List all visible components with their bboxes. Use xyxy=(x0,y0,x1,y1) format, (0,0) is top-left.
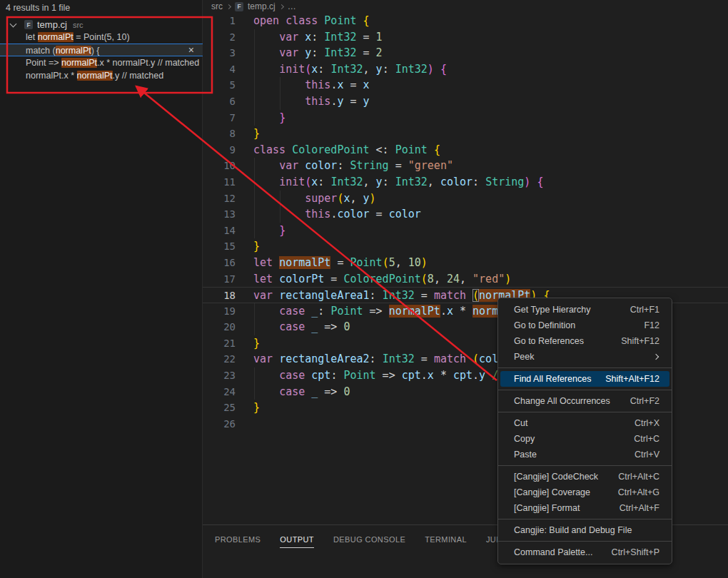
line-number: 22 xyxy=(203,351,236,367)
menu-item-cangjie-codecheck[interactable]: [Cangjie] CodeCheckCtrl+Alt+C xyxy=(500,469,669,485)
code-token: : xyxy=(318,63,330,76)
code-line[interactable]: 8} xyxy=(203,126,728,142)
code-line[interactable]: 4 init(x: Int32, y: Int32) { xyxy=(203,61,728,78)
code-token: y xyxy=(305,46,311,59)
code-text: case _ => 0 xyxy=(253,384,350,400)
menu-item-change-all-occurrences[interactable]: Change All OccurrencesCtrl+F2 xyxy=(500,393,669,409)
menu-item-find-all-references[interactable]: Find All ReferencesShift+Alt+F12 xyxy=(500,371,669,387)
menu-item-cangjie-coverage[interactable]: [Cangjie] CoverageCtrl+Alt+G xyxy=(500,485,669,500)
code-token: = xyxy=(343,95,363,108)
code-line[interactable]: 11 init(x: Int32, y: Int32, color: Strin… xyxy=(203,174,728,191)
code-line[interactable]: 17let colorPt = ColoredPoint(8, 24, "red… xyxy=(203,271,728,288)
code-token: init xyxy=(279,63,305,76)
code-token: Int32 xyxy=(330,176,363,188)
menu-item-paste[interactable]: PasteCtrl+V xyxy=(500,447,669,462)
menu-item-label: Go to Definition xyxy=(514,320,575,330)
code-token: y xyxy=(376,63,383,76)
menu-item-peek[interactable]: Peek xyxy=(500,349,669,365)
search-result-row[interactable]: match (normalPt) {× xyxy=(0,44,203,56)
code-text: let normalPt = Point(5, 10) xyxy=(253,255,428,271)
code-line[interactable]: 9class ColoredPoint <: Point { xyxy=(203,142,728,158)
menu-item-cut[interactable]: CutCtrl+X xyxy=(500,415,669,431)
menu-item-go-to-definition[interactable]: Go to DefinitionF12 xyxy=(500,318,669,333)
code-token: 10 xyxy=(408,256,421,269)
search-result-row[interactable]: Point => normalPt.x * normalPt.y // matc… xyxy=(0,56,203,69)
code-line[interactable]: 13 this.color = color xyxy=(203,206,728,223)
line-number: 25 xyxy=(203,400,236,416)
menu-item-cangjie-format[interactable]: [Cangjie] FormatCtrl+Alt+F xyxy=(500,500,669,516)
panel-tab-problems[interactable]: PROBLEMS xyxy=(215,535,261,548)
code-token: 2 xyxy=(376,46,383,59)
menu-item-label: Go to References xyxy=(514,336,584,346)
code-token: => xyxy=(376,369,402,382)
code-line[interactable]: 14 } xyxy=(203,223,728,239)
code-token: = xyxy=(330,256,350,269)
match-highlight: normalPt xyxy=(61,58,97,68)
line-number: 1 xyxy=(203,13,236,29)
line-number: 7 xyxy=(203,110,236,126)
code-token xyxy=(253,369,279,382)
code-text: class ColoredPoint <: Point { xyxy=(253,142,440,158)
menu-item-label: Copy xyxy=(514,434,535,444)
code-text: this.x = x xyxy=(253,77,370,93)
code-line[interactable]: 1open class Point { xyxy=(203,13,728,29)
code-text: open class Point { xyxy=(253,13,370,29)
menu-item-cangjie-build-and-debug-file[interactable]: Cangjie: Build and Debug File xyxy=(500,522,669,538)
code-line[interactable]: 15} xyxy=(203,238,728,255)
chevron-right-icon xyxy=(279,4,284,9)
code-token: let xyxy=(253,256,279,269)
code-line[interactable]: 16let normalPt = Point(5, 10) xyxy=(203,255,728,271)
code-text: var x: Int32 = 1 xyxy=(253,29,383,46)
menu-item-copy[interactable]: CopyCtrl+C xyxy=(500,431,669,447)
indent-guide xyxy=(254,110,255,126)
code-token: ( xyxy=(421,273,428,285)
panel-tab-terminal[interactable]: TERMINAL xyxy=(425,535,467,548)
code-token: ColoredPoint xyxy=(292,143,375,156)
code-token: { xyxy=(440,63,447,76)
menu-item-go-to-references[interactable]: Go to ReferencesShift+F12 xyxy=(500,333,669,349)
menu-item-label: Get Type Hierarchy xyxy=(514,305,590,315)
code-token: } xyxy=(253,337,260,350)
search-result-row[interactable]: normalPt.x * normalPt.y // matched xyxy=(0,69,203,82)
menu-item-shortcut: Ctrl+Alt+G xyxy=(618,487,659,497)
line-number: 26 xyxy=(203,416,236,432)
code-line[interactable]: 10 var color: String = "green" xyxy=(203,158,728,174)
menu-item-label: Command Palette... xyxy=(514,547,592,557)
code-token: = xyxy=(415,353,434,365)
result-text: match ( xyxy=(26,46,56,56)
code-line[interactable]: 6 this.y = y xyxy=(203,93,728,110)
code-token: ( xyxy=(472,289,479,302)
menu-item-shortcut: Ctrl+Shift+P xyxy=(612,547,659,557)
code-line[interactable]: 12 super(x, y) xyxy=(203,191,728,207)
chevron-down-icon[interactable] xyxy=(10,20,17,27)
breadcrumb-item[interactable]: temp.cj xyxy=(248,1,275,11)
breadcrumb-item[interactable]: … xyxy=(288,1,296,11)
code-line[interactable]: 7 } xyxy=(203,110,728,126)
code-text: } xyxy=(253,110,285,126)
menu-item-command-palette[interactable]: Command Palette...Ctrl+Shift+P xyxy=(500,544,669,560)
line-number: 3 xyxy=(203,45,236,61)
panel-tab-output[interactable]: OUTPUT xyxy=(280,535,314,548)
menu-item-shortcut: Ctrl+F1 xyxy=(630,305,659,315)
breadcrumb-item[interactable]: src xyxy=(211,1,223,11)
code-line[interactable]: 5 this.x = x xyxy=(203,77,728,93)
code-line[interactable]: 2 var x: Int32 = 1 xyxy=(203,29,728,46)
menu-item-shortcut: Ctrl+V xyxy=(635,450,659,460)
menu-item-shortcut: Ctrl+F2 xyxy=(630,396,659,406)
code-token: y xyxy=(363,192,370,205)
code-token: Int32 xyxy=(395,176,428,188)
dismiss-result-icon[interactable]: × xyxy=(188,44,194,56)
match-highlight: normalPt xyxy=(77,71,113,81)
code-text: var y: Int32 = 2 xyxy=(253,45,383,61)
code-text: case _ => 0 xyxy=(253,319,350,335)
code-token: = xyxy=(324,273,343,285)
menu-item-get-type-hierarchy[interactable]: Get Type HierarchyCtrl+F1 xyxy=(500,302,669,318)
code-line[interactable]: 3 var y: Int32 = 2 xyxy=(203,45,728,61)
search-result-row[interactable]: let normalPt = Point(5, 10) xyxy=(0,31,203,44)
file-result-row[interactable]: F temp.cj src xyxy=(0,18,203,31)
line-number: 13 xyxy=(203,206,236,223)
panel-tab-debug-console[interactable]: DEBUG CONSOLE xyxy=(333,535,405,548)
line-number: 18 xyxy=(203,288,236,303)
code-token: var xyxy=(253,289,279,302)
code-token: "green" xyxy=(408,159,453,172)
